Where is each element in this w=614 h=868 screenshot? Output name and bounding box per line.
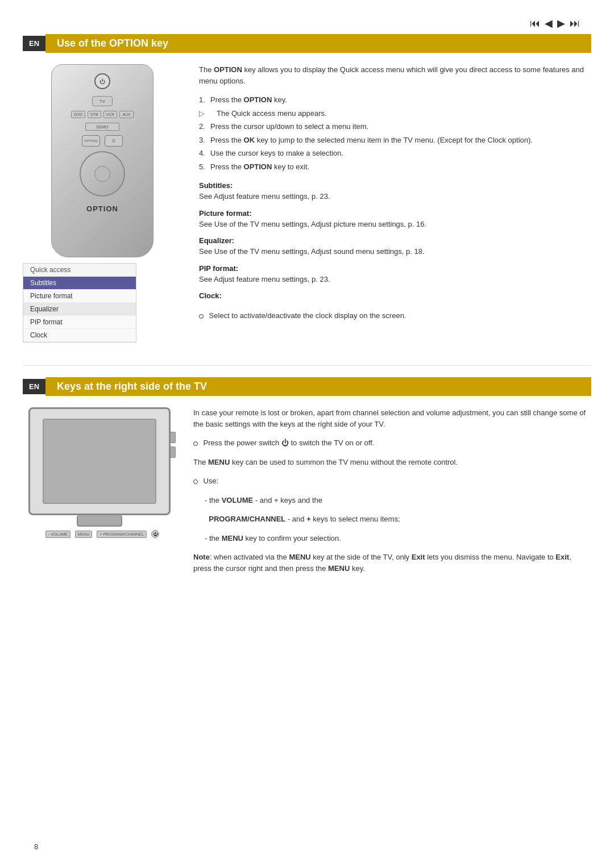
pip-format-title: PIP format: bbox=[199, 264, 591, 273]
menu-bold-3: MENU bbox=[289, 553, 310, 561]
left-panel-section1: ⏻ TV DVD STB VCR AUX DEMO OPTION ⊡ bbox=[23, 64, 182, 343]
use-bullet-icon bbox=[193, 479, 198, 484]
exit-bold-2: Exit bbox=[555, 553, 569, 561]
menu-clock-item: Clock bbox=[23, 329, 136, 342]
picture-format-desc: See Use of the TV menu settings, Adjust … bbox=[199, 220, 426, 228]
quick-access-menu: Quick access Subtitles Picture format Eq… bbox=[23, 263, 136, 343]
page-number: 8 bbox=[34, 842, 38, 851]
right-panel-section2: In case your remote is lost or broken, a… bbox=[193, 407, 591, 582]
section2-title: Keys at the right side of the TV bbox=[45, 377, 591, 396]
tv-side-buttons bbox=[170, 432, 176, 458]
section2-content: - VOLUME MENU + PROGRAM/CHANNEL ⏻ In cas… bbox=[0, 407, 614, 582]
section-divider bbox=[23, 365, 591, 366]
clock-bullet bbox=[199, 314, 204, 319]
remote-teletext-key: ⊡ bbox=[105, 135, 123, 147]
option-bold-2: OPTION bbox=[244, 162, 272, 171]
step-5: 5. Press the OPTION key to exit. bbox=[199, 161, 591, 173]
remote-body: ⏻ TV DVD STB VCR AUX DEMO OPTION ⊡ bbox=[51, 64, 154, 257]
language-label-2: EN bbox=[23, 379, 45, 394]
step-2: 2. Press the cursor up/down to select a … bbox=[199, 121, 591, 132]
note-text: Note: when activated via the MENU key at… bbox=[193, 552, 591, 574]
step-1: 1. Press the OPTION key. bbox=[199, 94, 591, 106]
steps-list: 1. Press the OPTION key. ▷ The Quick acc… bbox=[199, 94, 591, 172]
language-label: EN bbox=[23, 36, 45, 51]
volume-text: - the VOLUME - and + keys and the bbox=[193, 495, 591, 506]
tv-side-button-2 bbox=[170, 446, 176, 458]
section2-header: EN Keys at the right side of the TV bbox=[23, 377, 591, 396]
section1-content: ⏻ TV DVD STB VCR AUX DEMO OPTION ⊡ bbox=[0, 64, 614, 343]
remote-tv-label: TV bbox=[99, 99, 105, 104]
remote-option-row: OPTION ⊡ bbox=[57, 135, 147, 147]
feature-pip-format: PIP format: See Adjust feature menu sett… bbox=[199, 264, 591, 285]
section1-title: Use of the OPTION key bbox=[45, 34, 591, 53]
menu-picture-format-item: Picture format bbox=[23, 290, 136, 303]
option-bold-1: OPTION bbox=[244, 95, 272, 104]
tv-drawing-wrapper: - VOLUME MENU + PROGRAM/CHANNEL ⏻ bbox=[23, 407, 176, 538]
tv-drawing bbox=[28, 407, 171, 515]
remote-aux-button: AUX bbox=[119, 111, 133, 118]
subtitles-desc: See Adjust feature menu settings, p. 23. bbox=[199, 192, 330, 201]
menu-bold-4: MENU bbox=[328, 564, 350, 573]
remote-option-key: OPTION bbox=[82, 135, 100, 147]
menu-subtitles-item: Subtitles bbox=[23, 277, 136, 290]
tv-stand bbox=[77, 515, 122, 527]
tv-bottom-buttons: - VOLUME MENU + PROGRAM/CHANNEL ⏻ bbox=[40, 530, 159, 538]
section1-intro: The OPTION key allows you to display the… bbox=[199, 64, 591, 86]
menu-pip-format-item: PIP format bbox=[23, 316, 136, 329]
remote-ok-button bbox=[94, 166, 110, 182]
tv-image-container: - VOLUME MENU + PROGRAM/CHANNEL ⏻ bbox=[23, 407, 176, 582]
clock-title: Clock: bbox=[199, 291, 591, 300]
menu-bold: MENU bbox=[208, 458, 230, 466]
remote-tv-button: TV bbox=[92, 96, 113, 106]
tv-menu-button: MENU bbox=[75, 531, 93, 538]
menu-equalizer-item: Equalizer bbox=[23, 303, 136, 316]
section2-intro: In case your remote is lost or broken, a… bbox=[193, 407, 591, 429]
equalizer-title: Equalizer: bbox=[199, 236, 591, 245]
section2-wrapper: EN Keys at the right side of the TV bbox=[0, 377, 614, 396]
remote-stb-button: STB bbox=[88, 111, 101, 118]
menu-confirm-text: - the MENU key to confirm your selection… bbox=[193, 533, 591, 544]
remote-power-button: ⏻ bbox=[94, 73, 110, 89]
remote-option-label: OPTION bbox=[86, 205, 118, 213]
step-3: 3. Press the OK key to jump to the selec… bbox=[199, 135, 591, 146]
volume-bold: VOLUME bbox=[222, 496, 254, 504]
program-bold: PROGRAM/CHANNEL bbox=[209, 515, 285, 523]
clock-desc: Select to activate/deactivate the clock … bbox=[199, 311, 406, 320]
menu-bold-2: MENU bbox=[222, 534, 243, 542]
menu-key-text: The MENU key can be used to summon the T… bbox=[193, 457, 591, 468]
feature-equalizer: Equalizer: See Use of the TV menu settin… bbox=[199, 236, 591, 257]
exit-bold: Exit bbox=[412, 553, 425, 561]
remote-nav-circle bbox=[80, 151, 125, 197]
picture-format-title: Picture format: bbox=[199, 209, 591, 218]
feature-clock: Clock: Select to activate/deactivate the… bbox=[199, 291, 591, 322]
program-text: PROGRAM/CHANNEL - and + keys to select m… bbox=[193, 514, 591, 525]
feature-subtitles: Subtitles: See Adjust feature menu setti… bbox=[199, 181, 591, 202]
remote-dvd-button: DVD bbox=[71, 111, 85, 118]
subtitles-title: Subtitles: bbox=[199, 181, 591, 190]
step-4: 4. Use the cursor keys to make a selecti… bbox=[199, 148, 591, 159]
right-panel-section1: The OPTION key allows you to display the… bbox=[199, 64, 591, 343]
equalizer-desc: See Use of the TV menu settings, Adjust … bbox=[199, 247, 425, 256]
note-bold: Note bbox=[193, 553, 210, 561]
power-bullet bbox=[193, 441, 198, 446]
tv-side-button-1 bbox=[170, 432, 176, 443]
section1-header: EN Use of the OPTION key bbox=[23, 34, 591, 53]
ok-bold: OK bbox=[244, 136, 255, 144]
tv-program-button: + PROGRAM/CHANNEL bbox=[97, 531, 147, 538]
tv-power-button: ⏻ bbox=[151, 530, 159, 538]
pip-format-desc: See Adjust feature menu settings, p. 23. bbox=[199, 275, 330, 283]
remote-demo-button: DEMO bbox=[85, 123, 119, 131]
tv-screen bbox=[43, 419, 156, 504]
menu-header-item: Quick access bbox=[23, 264, 136, 277]
step-arrow: ▷ The Quick access menu appears. bbox=[199, 108, 591, 119]
power-bullet-text: Press the power switch ⏻ to switch the T… bbox=[193, 437, 591, 449]
option-key-bold: OPTION bbox=[214, 65, 242, 74]
feature-picture-format: Picture format: See Use of the TV menu s… bbox=[199, 209, 591, 230]
remote-control-image: ⏻ TV DVD STB VCR AUX DEMO OPTION ⊡ bbox=[31, 64, 173, 257]
remote-vcr-button: VCR bbox=[103, 111, 118, 118]
use-bullet: Use: bbox=[193, 475, 591, 487]
remote-source-row: DVD STB VCR AUX bbox=[71, 111, 134, 118]
tv-volume-button: - VOLUME bbox=[45, 531, 70, 538]
